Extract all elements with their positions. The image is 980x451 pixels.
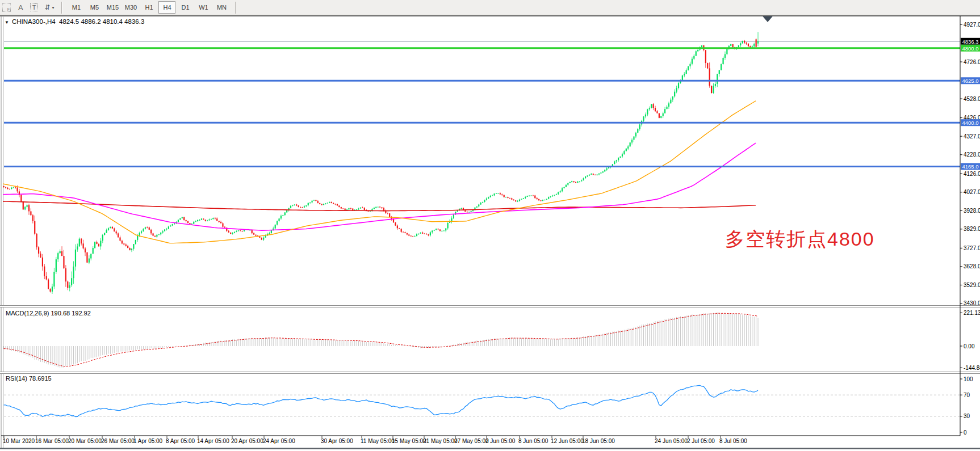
time-axis-label: 30 Apr 05:00: [321, 438, 353, 444]
timeframe-button-h4[interactable]: H4: [158, 1, 175, 14]
chevron-down-icon[interactable]: ▼: [5, 20, 9, 25]
dropdown-caret-icon[interactable]: ▾: [51, 5, 57, 10]
axis-tick-label: -144.84: [964, 365, 980, 371]
time-axis-label: 10 Mar 2020: [3, 438, 35, 444]
price-annotation-text: 多空转折点4800: [725, 226, 875, 252]
axis-tick-label: 3628.0: [964, 263, 980, 269]
axis-tick-label: 4528.0: [964, 96, 980, 102]
time-axis-label: 21 May 05:00: [423, 438, 458, 444]
window-bottom-bar: [0, 448, 980, 450]
price-badge-label: 4625.0: [962, 78, 979, 84]
time-axis-label: 16 Mar 05:00: [35, 438, 69, 444]
rsi-line: [4, 386, 758, 417]
symbol-name: CHINA300-,H4: [12, 18, 56, 25]
toolbar-separator: [235, 2, 236, 14]
macd-signal-line: [4, 313, 758, 366]
cursor-arrow-icon[interactable]: [763, 16, 773, 23]
rsi-indicator-label: RSI(14) 78.6915: [6, 375, 52, 382]
timeframe-group: M1M5M15M30H1H4D1W1MN: [65, 0, 233, 15]
time-axis-label: 18 Jun 05:00: [582, 438, 615, 444]
time-axis-label: 27 May 05:00: [454, 438, 489, 444]
time-axis-label: 12 Jun 05:00: [551, 438, 584, 444]
axis-tick-label: 3529.0: [964, 282, 980, 288]
symbol-title[interactable]: ▼CHINA300-,H4 4824.5 4886.2 4810.4 4836.…: [5, 18, 144, 25]
axis-tick-label: 4228.0: [964, 151, 980, 158]
macd-layer: [4, 313, 758, 368]
axis-tick-label: 30: [964, 413, 970, 419]
toolbar-separator: [61, 2, 62, 14]
axis-tick-label: 4927.0: [964, 22, 980, 28]
axis-tick-label: 100: [964, 376, 973, 382]
axis-tick-label: 70: [964, 392, 970, 398]
time-axis-label: 14 Apr 05:00: [197, 438, 229, 444]
time-axis-label: 20 Apr 05:00: [231, 438, 263, 444]
price-badge-label: 4165.0: [962, 163, 979, 170]
axis-tick-label: 3829.0: [964, 226, 980, 232]
text-label-icon[interactable]: A: [14, 3, 27, 12]
time-axis-label: 24 Jun 05:00: [655, 438, 688, 444]
time-axis-label: 8 Apr 05:00: [166, 438, 195, 444]
macd-indicator-label: MACD(12,26,9) 190.68 192.92: [6, 310, 91, 317]
time-axis-label: 8 Jul 05:00: [719, 438, 747, 444]
timeframe-button-m5[interactable]: M5: [86, 1, 103, 14]
arrows-tool-icon[interactable]: ⇵: [41, 3, 51, 11]
ma-mid-magenta: [3, 143, 756, 230]
time-axis-label: 1 Apr 05:00: [133, 438, 163, 444]
text-box-icon[interactable]: T: [30, 3, 39, 11]
price-badge-label: 4400.0: [962, 120, 979, 126]
top-toolbar: F A T ⇵ ▾ M1M5M15M30H1H4D1W1MN: [0, 0, 980, 15]
time-axis-label: 8 Jun 05:00: [518, 438, 548, 444]
axis-tick-label: 221.13: [964, 310, 980, 316]
timeframe-button-m30[interactable]: M30: [122, 1, 139, 14]
axis-tick-label: 4126.0: [964, 171, 980, 177]
timeframe-button-h1[interactable]: H1: [140, 1, 157, 14]
mt4-trading-app: { "toolbar": { "icons": [ {"name": "drag…: [0, 0, 980, 451]
axis-tick-label: 4327.0: [964, 133, 980, 140]
axis-tick-label: 0: [964, 429, 967, 436]
axis-tick-label: 4027.0: [964, 189, 980, 195]
axis-tick-label: 3430.0: [964, 300, 980, 306]
time-axis-label: 11 May 05:00: [361, 438, 395, 444]
time-axis-label: 20 Mar 05:00: [68, 438, 102, 444]
time-axis-label: 2 Jul 05:00: [687, 438, 715, 444]
time-axis-label: 2 Jun 05:00: [485, 438, 516, 444]
price-badge-label: 4800.0: [962, 45, 979, 52]
axis-tick-label: 4726.0: [964, 59, 980, 65]
candles-layer: [3, 32, 759, 294]
drag-handle-icon[interactable]: F: [2, 3, 11, 12]
time-axis-label: 15 May 05:00: [392, 438, 426, 444]
timeframe-button-w1[interactable]: W1: [195, 1, 212, 14]
timeframe-button-m1[interactable]: M1: [68, 1, 85, 14]
time-axis-label: 24 Apr 05:00: [263, 438, 295, 444]
timeframe-button-d1[interactable]: D1: [177, 1, 194, 14]
price-badge-label: 4836.3: [962, 39, 979, 45]
timeframe-button-mn[interactable]: MN: [213, 1, 230, 14]
chart-canvas[interactable]: 4927.04726.04528.04426.04327.04228.04126…: [0, 0, 980, 451]
axis-tick-label: 3928.0: [964, 208, 980, 214]
timeframe-button-m15[interactable]: M15: [104, 1, 121, 14]
time-axis-label: 26 Mar 05:00: [101, 438, 135, 444]
axis-tick-label: 3727.0: [964, 245, 980, 251]
ohlc-values: 4824.5 4886.2 4810.4 4836.3: [59, 18, 144, 25]
tools-group: F A T ⇵ ▾: [0, 0, 59, 15]
axis-tick-label: 0.00: [964, 343, 975, 349]
